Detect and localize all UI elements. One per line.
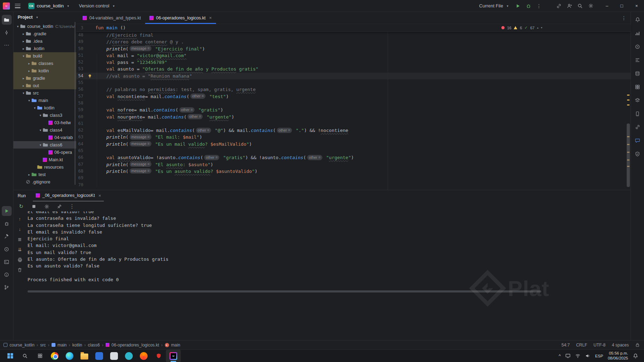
settings-gear-icon[interactable] (585, 1, 596, 11)
code-line-69[interactable]: 69 (76, 175, 631, 181)
breadcrumb-item[interactable]: src (40, 343, 46, 348)
tree-item-class6[interactable]: ▾class6 (13, 141, 76, 149)
layers-tool-button[interactable] (633, 95, 643, 105)
clear-all-icon[interactable] (16, 267, 23, 273)
main-menu-icon[interactable] (15, 4, 20, 8)
code-line-65[interactable]: 65 (76, 147, 631, 154)
code-line-56[interactable]: 56 // palabras no permitidas: test, spam… (76, 86, 631, 93)
build-tool-button[interactable] (2, 231, 12, 241)
navigate-down-icon[interactable]: ↓ (16, 226, 23, 232)
chevron-expanded-icon[interactable]: ▾ (32, 106, 37, 110)
code-line-67[interactable]: 67 println(message = "El asunto: $asunto… (76, 161, 631, 168)
taskbar-app-app-orange[interactable] (136, 350, 151, 362)
tree-item-.idea[interactable]: ▸.idea (13, 37, 76, 45)
commit-tool-button[interactable] (2, 28, 12, 37)
run-tool-button[interactable] (2, 206, 12, 216)
code-line-68[interactable]: 68 println(message = "Es un asunto valid… (76, 168, 631, 175)
run-tab[interactable]: _06_operadores_logicosKt × (33, 190, 104, 201)
project-selector[interactable]: CK course_kotlin ▾ (25, 1, 73, 11)
chevron-collapsed-icon[interactable]: ▸ (21, 77, 26, 80)
line-separator[interactable]: CRLF (576, 343, 587, 348)
project-tool-button[interactable] (2, 15, 12, 25)
code-line-55[interactable]: 55 (76, 79, 631, 86)
rerun-icon[interactable]: ↻ (18, 203, 25, 210)
more-actions-icon[interactable]: ⋮ (534, 1, 544, 11)
code-line-61[interactable]: 61 (76, 120, 631, 127)
tree-item-kotlin[interactable]: ▾kotlin (13, 104, 76, 111)
services-tool-button[interactable] (2, 244, 12, 254)
version-control-menu[interactable]: Version control ▾ (76, 2, 119, 10)
run-configuration-selector[interactable]: Current File ▾ (476, 2, 513, 10)
tree-item-.gitignore[interactable]: .gitignore (13, 178, 76, 186)
taskbar-app-intellij[interactable]: IJ (166, 350, 181, 362)
indent-setting[interactable]: 4 spaces (612, 343, 629, 348)
code-with-me-icon[interactable] (554, 1, 564, 11)
tree-item-test[interactable]: ▸test (13, 171, 76, 178)
intention-bulb-icon[interactable] (83, 73, 95, 79)
code-line-58[interactable]: 58 (76, 100, 631, 107)
security-tool-button[interactable] (633, 149, 643, 159)
code-line-62[interactable]: 62 val esMailValido= mail.contains(other… (76, 127, 631, 134)
print-icon[interactable] (16, 257, 23, 263)
tree-item-kotlin[interactable]: ▸kotlin (13, 67, 76, 74)
tree-item-resources[interactable]: resources (13, 163, 76, 171)
taskbar-app-app-teal[interactable] (121, 350, 136, 362)
chevron-expanded-icon[interactable]: ▾ (38, 128, 43, 132)
caret-position[interactable]: 54:7 (561, 343, 570, 348)
next-issue-icon[interactable]: ▾ (541, 26, 542, 29)
start-button[interactable] (3, 350, 18, 362)
code-editor[interactable]: 48 //Ejercicio final49 //correo debe con… (76, 32, 631, 190)
editor-tab-04-variables_and_types.kt[interactable]: 04-variables_and_types.kt (78, 12, 145, 24)
code-line-63[interactable]: 63 println(message = "El mail: $mail") (76, 134, 631, 140)
code-line-59[interactable]: 59 val nofree= mail.contains(other = "gr… (76, 107, 631, 113)
monitor-tray-icon[interactable] (565, 353, 571, 358)
code-line-49[interactable]: 49 //correo debe contener @ y . (76, 38, 631, 45)
navigate-up-icon[interactable]: ↑ (16, 216, 23, 222)
editor-tab-06-operadores_logicos.kt[interactable]: 06-operadores_logicos.kt× (145, 12, 216, 24)
tree-item-class4[interactable]: ▾class4 (13, 126, 76, 134)
chevron-collapsed-icon[interactable]: ▸ (27, 69, 31, 73)
chevron-collapsed-icon[interactable]: ▸ (27, 62, 31, 65)
tray-expand-icon[interactable]: ^ (559, 353, 561, 358)
code-line-64[interactable]: 64 println(message = "Es un mail valido?… (76, 141, 631, 147)
code-line-50[interactable]: 50 println(message = "Ejercicio final") (76, 46, 631, 52)
chevron-collapsed-icon[interactable]: ▸ (27, 173, 31, 176)
chevron-expanded-icon[interactable]: ▾ (38, 114, 43, 117)
tree-item-class3[interactable]: ▾class3 (13, 111, 76, 119)
tab-close-icon[interactable]: × (209, 15, 212, 20)
taskbar-app-app-blue[interactable] (92, 350, 107, 362)
gradle-tool-button[interactable] (633, 42, 643, 52)
taskbar-search-icon[interactable] (18, 350, 32, 362)
chevron-expanded-icon[interactable]: ▾ (21, 54, 26, 58)
breadcrumb-item[interactable]: main (171, 343, 180, 348)
chevron-collapsed-icon[interactable]: ▸ (21, 40, 26, 43)
breadcrumb-item[interactable]: class6 (88, 343, 100, 348)
chevron-collapsed-icon[interactable]: ▸ (21, 47, 26, 50)
editor-scrollbar-thumb[interactable] (627, 123, 630, 187)
previous-issue-icon[interactable]: ▴ (537, 26, 538, 29)
project-panel-title[interactable]: Project (18, 15, 32, 20)
taskbar-app-app-light[interactable] (107, 350, 121, 362)
tree-item-main[interactable]: ▾main (13, 97, 76, 104)
more-tools-tool-button[interactable]: ⋯ (2, 40, 12, 50)
endpoints-tool-button[interactable] (633, 122, 643, 132)
code-line-60[interactable]: 60 val nourgente= mail.contains(other = … (76, 114, 631, 120)
clock[interactable]: 05:56 p.m. 08/06/2025 (608, 351, 628, 361)
console-horizontal-scrollbar[interactable] (28, 290, 541, 292)
profiler-tool-button[interactable] (633, 28, 643, 38)
run-tab-close-icon[interactable]: × (99, 193, 101, 198)
code-line-53[interactable]: 53 val asunto = "Ofertas de fin de año y… (76, 66, 631, 72)
stop-icon[interactable] (30, 203, 37, 210)
tree-item-03-hellw[interactable]: 03-hellw (13, 119, 76, 126)
tree-item-.gradle[interactable]: ▸.gradle (13, 30, 76, 37)
project-tree-scrollbar[interactable] (74, 22, 76, 185)
read-only-lock-icon[interactable] (635, 343, 640, 347)
tab-list-icon[interactable]: ⋮ (621, 15, 631, 21)
database-tool-button[interactable] (633, 68, 643, 78)
notifications-tool-button[interactable] (633, 15, 643, 25)
problems-tool-button[interactable] (2, 270, 12, 279)
tree-item-.kotlin[interactable]: ▸.kotlin (13, 45, 76, 52)
breadcrumb-item[interactable]: 06-operadores_logicos.kt (112, 343, 159, 348)
code-line-54[interactable]: 54 //val asunto = "Reunion mañana" (76, 73, 631, 79)
tree-item-out[interactable]: ▸out (13, 82, 76, 89)
